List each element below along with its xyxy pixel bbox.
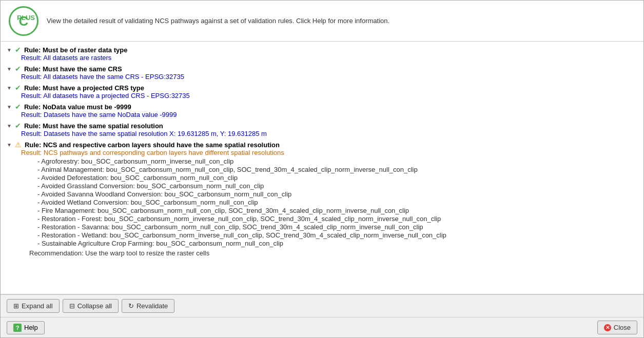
list-item: Restoration - Forest: bou_SOC_carbonsum_… xyxy=(37,215,637,223)
list-item: Restoration - Savanna: bou_SOC_carbonsum… xyxy=(37,223,637,231)
rule-title-row-6: ▼ ⚠ Rule: NCS and respective carbon laye… xyxy=(7,141,637,149)
rule-block-4: ▼ ✔ Rule: NoData value must be -9999 Res… xyxy=(7,103,637,118)
rule-result-4: Result: Datasets have the same NoData va… xyxy=(21,111,637,118)
rule-block-6: ▼ ⚠ Rule: NCS and respective carbon laye… xyxy=(7,141,637,257)
subitems-container: Agroforestry: bou_SOC_carbonsum_norm_inv… xyxy=(7,157,637,247)
rule-title-row-3: ▼ ✔ Rule: Must have a projected CRS type xyxy=(7,84,637,92)
close-label: Close xyxy=(614,324,631,331)
rule-title-row-5: ▼ ✔ Rule: Must have the same spatial res… xyxy=(7,122,637,130)
rule-result-3: Result: All datasets have a projected CR… xyxy=(21,92,637,100)
rule-title-row-2: ▼ ✔ Rule: Must have the same CRS xyxy=(7,65,637,73)
collapse-all-button[interactable]: ⊟ Collapse all xyxy=(63,299,119,313)
header-description: View the detailed result of validating N… xyxy=(47,17,389,25)
rule-title-row-1: ▼ ✔ Rule: Must be of raster data type xyxy=(7,46,637,54)
rule-block-2: ▼ ✔ Rule: Must have the same CRS Result:… xyxy=(7,65,637,81)
help-button[interactable]: ? Help xyxy=(7,321,45,334)
revalidate-button[interactable]: ↻ Revalidate xyxy=(122,299,174,313)
rule-title-3: Rule: Must have a projected CRS type xyxy=(24,84,144,92)
content-area: ▼ ✔ Rule: Must be of raster data type Re… xyxy=(1,42,643,294)
footer-row: ? Help ✕ Close xyxy=(1,317,643,337)
close-icon: ✕ xyxy=(604,324,611,331)
revalidate-icon: ↻ xyxy=(128,302,134,310)
logo-plus-text: PLUS xyxy=(17,14,35,22)
warning-icon-6: ⚠ xyxy=(15,141,22,149)
list-item: Agroforestry: bou_SOC_carbonsum_norm_inv… xyxy=(37,157,637,165)
rule-title-4: Rule: NoData value must be -9999 xyxy=(24,103,131,111)
check-icon-3: ✔ xyxy=(15,84,21,92)
list-item: Avoided Savanna Woodland Conversion: bou… xyxy=(37,190,637,198)
rule-result-1: Result: All datasets are rasters xyxy=(21,54,637,62)
check-icon-5: ✔ xyxy=(15,122,21,130)
rule-title-1: Rule: Must be of raster data type xyxy=(24,46,128,54)
collapse-all-label: Collapse all xyxy=(77,302,112,310)
rule-title-6: Rule: NCS and respective carbon layers s… xyxy=(25,141,280,149)
logo: C PLUS xyxy=(9,6,38,36)
revalidate-label: Revalidate xyxy=(136,302,168,310)
list-item: Animal Management: bou_SOC_carbonsum_nor… xyxy=(37,166,637,173)
rule-title-2: Rule: Must have the same CRS xyxy=(24,65,122,73)
rule-title-row-4: ▼ ✔ Rule: NoData value must be -9999 xyxy=(7,103,637,111)
list-item: Avoided Grassland Conversion: bou_SOC_ca… xyxy=(37,182,637,190)
expand-icon: ⊞ xyxy=(13,302,19,310)
expand-all-button[interactable]: ⊞ Expand all xyxy=(7,299,60,313)
rule-block-1: ▼ ✔ Rule: Must be of raster data type Re… xyxy=(7,46,637,62)
check-icon-4: ✔ xyxy=(15,103,21,111)
chevron-icon-2[interactable]: ▼ xyxy=(7,66,12,72)
list-item: Avoided Deforestation: bou_SOC_carbonsum… xyxy=(37,174,637,182)
rule-title-5: Rule: Must have the same spatial resolut… xyxy=(24,122,163,130)
list-item: Sustainable Agriculture Crop Farming: bo… xyxy=(37,240,637,247)
help-label: Help xyxy=(24,324,38,331)
rule-result-2: Result: All datasets have the same CRS -… xyxy=(21,73,637,81)
check-icon-1: ✔ xyxy=(15,46,21,54)
chevron-icon-6[interactable]: ▼ xyxy=(7,142,12,148)
bottom-toolbar: ⊞ Expand all ⊟ Collapse all ↻ Revalidate xyxy=(1,294,643,317)
toolbar-left: ⊞ Expand all ⊟ Collapse all ↻ Revalidate xyxy=(7,299,174,313)
main-window: C PLUS View the detailed result of valid… xyxy=(0,0,644,338)
chevron-icon-5[interactable]: ▼ xyxy=(7,123,12,129)
rule-block-3: ▼ ✔ Rule: Must have a projected CRS type… xyxy=(7,84,637,100)
chevron-icon-3[interactable]: ▼ xyxy=(7,85,12,91)
expand-all-label: Expand all xyxy=(22,302,53,310)
list-item: Restoration - Wetland: bou_SOC_carbonsum… xyxy=(37,231,637,239)
rule-result-6: Result: NCS pathways and corresponding c… xyxy=(21,149,637,156)
check-icon-2: ✔ xyxy=(15,65,21,73)
chevron-icon-1[interactable]: ▼ xyxy=(7,47,12,53)
help-icon: ? xyxy=(13,324,22,332)
list-item: Avoided Wetland Conversion: bou_SOC_carb… xyxy=(37,198,637,206)
rule-block-5: ▼ ✔ Rule: Must have the same spatial res… xyxy=(7,122,637,137)
recommendation: Recommendation: Use the warp tool to res… xyxy=(29,249,637,257)
header: C PLUS View the detailed result of valid… xyxy=(1,1,643,42)
rule-result-5: Result: Datasets have the same spatial r… xyxy=(21,130,637,137)
close-button[interactable]: ✕ Close xyxy=(597,321,637,334)
chevron-icon-4[interactable]: ▼ xyxy=(7,104,12,110)
collapse-icon: ⊟ xyxy=(69,302,75,310)
list-item: Fire Management: bou_SOC_carbonsum_norm_… xyxy=(37,207,637,214)
